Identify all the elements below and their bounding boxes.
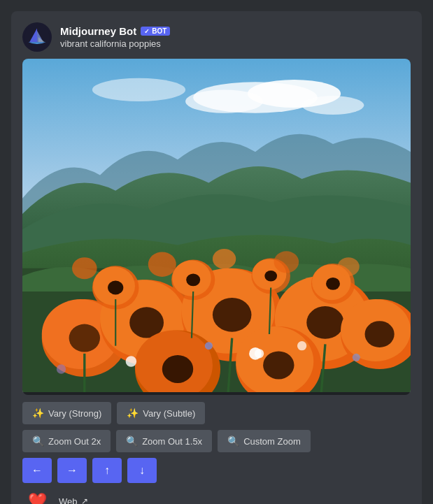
image-container bbox=[22, 59, 411, 395]
web-label: Web bbox=[59, 496, 78, 504]
svg-point-31 bbox=[162, 355, 193, 383]
svg-point-46 bbox=[326, 278, 340, 290]
svg-point-54 bbox=[126, 356, 137, 367]
bot-subtitle: vibrant california poppies bbox=[60, 38, 170, 49]
vary-strong-button[interactable]: ✨ Vary (Strong) bbox=[22, 402, 111, 424]
bot-username: Midjourney Bot bbox=[60, 25, 136, 37]
zoom-2x-icon: 🔍 bbox=[32, 435, 44, 447]
arrow-down-button[interactable]: ↓ bbox=[127, 458, 157, 483]
svg-point-12 bbox=[69, 324, 100, 352]
svg-point-20 bbox=[213, 298, 251, 332]
svg-point-8 bbox=[302, 96, 364, 115]
vary-subtle-button[interactable]: ✨ Vary (Subtle) bbox=[117, 402, 205, 424]
heart-button[interactable]: ❤️ bbox=[22, 489, 52, 504]
svg-point-43 bbox=[264, 271, 277, 282]
svg-point-37 bbox=[108, 280, 123, 294]
zoom-out-15x-button[interactable]: 🔍 Zoom Out 1.5x bbox=[116, 430, 212, 452]
arrow-right-icon: → bbox=[66, 464, 78, 477]
svg-point-48 bbox=[213, 249, 236, 269]
svg-point-9 bbox=[92, 78, 185, 101]
arrow-up-icon: ↑ bbox=[104, 464, 110, 477]
arrow-left-button[interactable]: ← bbox=[22, 458, 52, 483]
zoom-out-2x-button[interactable]: 🔍 Zoom Out 2x bbox=[22, 430, 111, 452]
vary-buttons-row: ✨ Vary (Strong) ✨ Vary (Subtle) bbox=[22, 402, 411, 424]
svg-point-53 bbox=[255, 349, 264, 358]
sparkle-strong-icon: ✨ bbox=[32, 408, 44, 419]
svg-point-57 bbox=[353, 354, 360, 361]
svg-point-58 bbox=[57, 364, 66, 373]
action-row: ❤️ Web ↗ bbox=[22, 489, 411, 504]
web-button[interactable]: Web ↗ bbox=[59, 496, 88, 504]
zoom-15x-icon: 🔍 bbox=[126, 435, 138, 447]
svg-point-24 bbox=[306, 306, 343, 339]
poppy-image bbox=[22, 59, 411, 392]
svg-point-7 bbox=[185, 89, 263, 113]
arrow-right-button[interactable]: → bbox=[57, 458, 87, 483]
svg-point-28 bbox=[365, 321, 395, 347]
nav-buttons-row: ← → ↑ ↓ bbox=[22, 458, 411, 483]
svg-point-56 bbox=[205, 342, 213, 350]
custom-zoom-icon: 🔍 bbox=[227, 435, 239, 447]
sparkle-subtle-icon: ✨ bbox=[127, 408, 139, 419]
bot-badge: ✓ BOT bbox=[141, 27, 170, 36]
heart-icon: ❤️ bbox=[28, 492, 47, 504]
chat-container: Midjourney Bot ✓ BOT vibrant california … bbox=[11, 11, 422, 504]
svg-point-47 bbox=[148, 252, 176, 277]
zoom-buttons-row: 🔍 Zoom Out 2x 🔍 Zoom Out 1.5x 🔍 Custom Z… bbox=[22, 430, 411, 452]
external-link-icon: ↗ bbox=[81, 496, 88, 504]
svg-point-51 bbox=[72, 257, 97, 279]
svg-point-55 bbox=[297, 341, 306, 350]
checkmark-icon: ✓ bbox=[144, 28, 150, 35]
custom-zoom-button[interactable]: 🔍 Custom Zoom bbox=[218, 430, 311, 452]
svg-point-34 bbox=[263, 351, 294, 379]
username-row: Midjourney Bot ✓ BOT bbox=[60, 25, 170, 37]
arrow-up-button[interactable]: ↑ bbox=[92, 458, 122, 483]
avatar bbox=[22, 22, 52, 52]
message-header: Midjourney Bot ✓ BOT vibrant california … bbox=[22, 22, 411, 52]
svg-point-50 bbox=[338, 257, 360, 276]
svg-point-40 bbox=[186, 273, 200, 286]
arrow-down-icon: ↓ bbox=[139, 464, 145, 477]
header-text: Midjourney Bot ✓ BOT vibrant california … bbox=[60, 25, 170, 49]
arrow-left-icon: ← bbox=[31, 464, 43, 477]
svg-point-49 bbox=[274, 251, 299, 273]
